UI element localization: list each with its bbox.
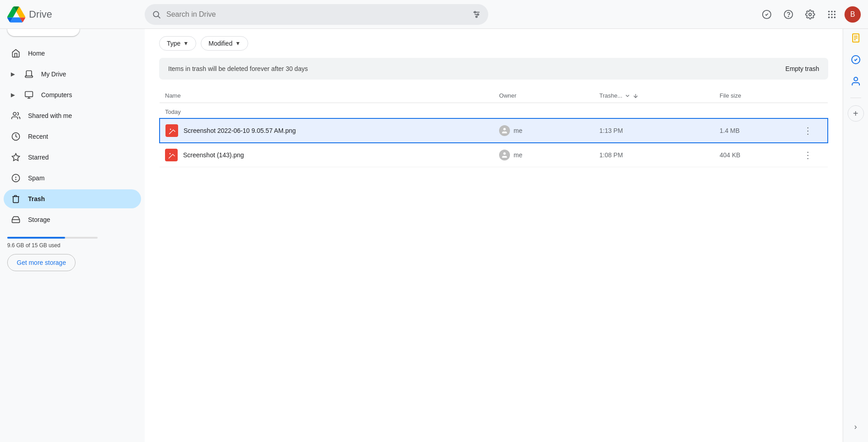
table-row[interactable]: Screenshot (143).png xyxy=(160,143,828,167)
owner-avatar xyxy=(499,150,510,160)
svg-point-13 xyxy=(831,10,833,12)
person-icon xyxy=(501,127,508,134)
search-bar[interactable] xyxy=(145,4,488,25)
right-sidebar: 3 xyxy=(843,0,868,442)
keep-notes-button[interactable] xyxy=(847,29,865,47)
owner-avatar xyxy=(499,125,510,136)
google-drive-logo xyxy=(7,5,25,24)
file-name-text: Screenshot 2022-06-10 9.05.57 AM.png xyxy=(184,127,296,134)
svg-point-6 xyxy=(477,14,479,15)
sidebar-label-computers: Computers xyxy=(41,91,72,99)
sidebar-item-recent[interactable]: Recent xyxy=(4,127,141,146)
owner-name: me xyxy=(514,127,522,134)
trash-icon xyxy=(11,194,21,204)
svg-point-17 xyxy=(834,14,836,15)
owner-name: me xyxy=(514,151,522,159)
home-icon xyxy=(11,48,21,58)
sidebar-item-trash[interactable]: Trash xyxy=(4,189,141,208)
svg-point-7 xyxy=(476,16,477,17)
apps-icon[interactable] xyxy=(823,5,841,24)
help-icon[interactable] xyxy=(779,5,797,24)
settings-icon[interactable] xyxy=(801,5,819,24)
search-icon xyxy=(152,10,161,19)
svg-rect-21 xyxy=(25,92,33,97)
table-row[interactable]: Screenshot 2022-06-10 9.05.57 AM.png xyxy=(160,118,828,143)
column-header-name[interactable]: Name xyxy=(160,89,494,103)
sidebar: + New Home ▶ xyxy=(0,0,145,413)
spam-icon xyxy=(11,173,21,183)
sidebar-item-spam[interactable]: Spam xyxy=(4,169,141,188)
collapse-sidebar-button[interactable]: › xyxy=(848,418,864,435)
column-header-trashed[interactable]: Trashe... xyxy=(594,89,714,103)
file-table-header: Name Owner Trashe... File size xyxy=(160,89,828,103)
file-name-cell: Screenshot 2022-06-10 9.05.57 AM.png xyxy=(165,124,488,137)
sidebar-label-recent: Recent xyxy=(28,133,48,140)
contacts-icon xyxy=(850,76,861,87)
empty-trash-button[interactable]: Empty trash xyxy=(785,65,819,72)
main-content: Trash xyxy=(145,0,843,442)
notes-icon xyxy=(850,33,861,43)
recent-icon xyxy=(11,132,21,141)
svg-point-24 xyxy=(13,113,16,116)
column-header-actions xyxy=(794,89,828,103)
sidebar-item-my-drive[interactable]: ▶ My Drive xyxy=(4,65,141,84)
file-table-body: Today xyxy=(160,103,828,167)
sidebar-item-shared-with-me[interactable]: Shared with me xyxy=(4,106,141,125)
storage-icon xyxy=(11,215,21,225)
computers-expand-arrow: ▶ xyxy=(11,92,15,98)
file-more-options-button[interactable]: ⋮ xyxy=(800,123,816,138)
modified-filter-button[interactable]: Modified ▼ xyxy=(201,36,248,51)
app-name-label: Drive xyxy=(29,9,52,20)
svg-point-18 xyxy=(828,16,830,18)
contacts-button[interactable] xyxy=(847,72,865,90)
file-name-cell: Screenshot (143).png xyxy=(165,149,488,161)
sidebar-label-starred: Starred xyxy=(28,154,49,161)
add-app-button[interactable]: + xyxy=(848,105,864,122)
trashed-col-label: Trashe... xyxy=(599,92,623,99)
trashed-sort-arrow xyxy=(632,93,639,99)
search-input[interactable] xyxy=(166,10,467,19)
storage-used-text: 9.6 GB of 15 GB used xyxy=(7,242,137,249)
svg-point-59 xyxy=(854,77,858,81)
column-header-filesize: File size xyxy=(714,89,794,103)
image-file-icon xyxy=(167,150,176,160)
tasks-button[interactable] xyxy=(847,51,865,69)
sidebar-item-storage[interactable]: Storage xyxy=(4,210,141,229)
image-file-icon xyxy=(167,126,176,135)
sidebar-label-trash: Trash xyxy=(28,195,45,202)
trash-notice: Items in trash will be deleted forever a… xyxy=(159,58,828,80)
get-more-storage-button[interactable]: Get more storage xyxy=(7,254,75,271)
svg-point-15 xyxy=(828,14,830,15)
svg-line-1 xyxy=(158,16,160,18)
trashed-time: 1:13 PM xyxy=(599,127,623,134)
task-done-icon[interactable] xyxy=(758,5,776,24)
trashed-sort-chevron xyxy=(624,93,631,99)
file-thumbnail-icon xyxy=(165,149,178,161)
group-row-today: Today xyxy=(160,103,828,119)
type-filter-chevron: ▼ xyxy=(183,40,189,47)
sidebar-item-starred[interactable]: Starred xyxy=(4,148,141,167)
svg-point-16 xyxy=(831,14,833,15)
modified-filter-chevron: ▼ xyxy=(235,40,241,47)
file-thumbnail-icon xyxy=(165,124,178,137)
svg-point-14 xyxy=(834,10,836,12)
filter-options-icon[interactable] xyxy=(472,10,481,19)
my-drive-icon xyxy=(24,69,34,79)
svg-point-11 xyxy=(809,13,811,16)
svg-point-47 xyxy=(170,153,171,155)
svg-marker-26 xyxy=(12,154,20,161)
sidebar-item-computers[interactable]: ▶ Computers xyxy=(4,85,141,104)
sidebar-label-my-drive: My Drive xyxy=(41,71,66,78)
my-drive-expand-arrow: ▶ xyxy=(11,71,15,77)
file-more-options-button[interactable]: ⋮ xyxy=(800,148,816,162)
user-avatar[interactable]: B xyxy=(844,6,861,23)
computers-icon xyxy=(24,90,34,100)
plus-icon: + xyxy=(853,108,859,119)
sidebar-label-shared-with-me: Shared with me xyxy=(28,112,72,119)
sidebar-item-home[interactable]: Home xyxy=(4,44,141,63)
owner-cell: me xyxy=(499,125,589,136)
type-filter-button[interactable]: Type ▼ xyxy=(159,36,196,51)
svg-point-5 xyxy=(474,11,476,13)
modified-filter-label: Modified xyxy=(208,40,232,47)
svg-point-48 xyxy=(503,152,505,155)
